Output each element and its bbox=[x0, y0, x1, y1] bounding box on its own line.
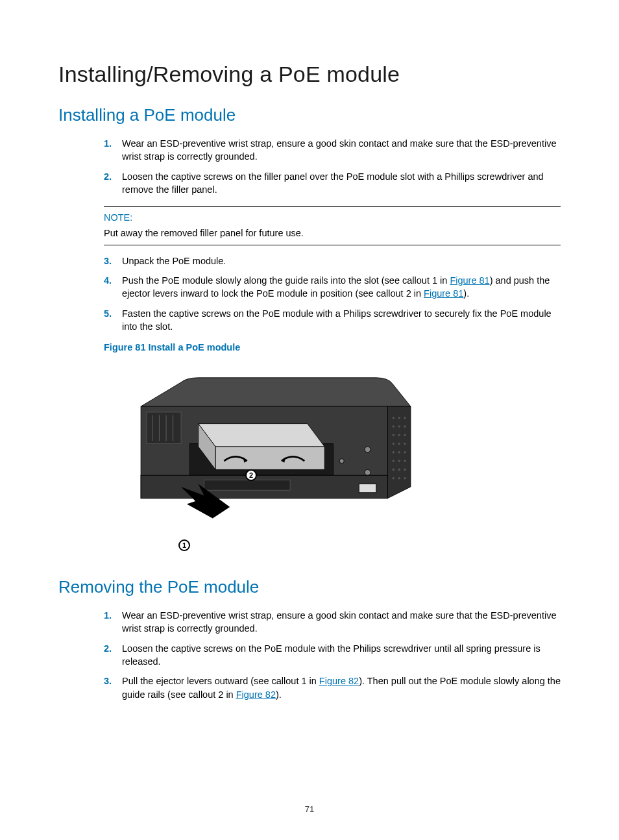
step-number: 1. bbox=[104, 609, 122, 636]
figure-81-caption: Figure 81 Install a PoE module bbox=[104, 342, 561, 352]
poe-module-illustration bbox=[117, 372, 435, 521]
svg-point-17 bbox=[398, 460, 400, 463]
svg-point-36 bbox=[339, 459, 344, 463]
page-title: Installing/Removing a PoE module bbox=[58, 62, 561, 87]
step-number: 2. bbox=[104, 642, 122, 669]
svg-point-12 bbox=[404, 443, 406, 445]
svg-point-8 bbox=[398, 434, 400, 437]
section2-heading: Removing the PoE module bbox=[58, 577, 561, 597]
step-text: Wear an ESD-preventive wrist strap, ensu… bbox=[122, 137, 561, 164]
svg-point-16 bbox=[393, 460, 395, 463]
svg-point-34 bbox=[365, 447, 370, 452]
svg-point-19 bbox=[393, 469, 395, 471]
step-number: 4. bbox=[104, 274, 122, 301]
list-item: 1. Wear an ESD-preventive wrist strap, e… bbox=[104, 609, 561, 636]
note-label: NOTE: bbox=[104, 211, 561, 225]
list-item: 2. Loosen the captive screws on the PoE … bbox=[104, 642, 561, 669]
svg-rect-39 bbox=[359, 484, 376, 493]
step-number: 5. bbox=[104, 307, 122, 334]
section1-steps-after-note: 3. Unpack the PoE module. 4. Push the Po… bbox=[104, 254, 561, 333]
figure-82-link[interactable]: Figure 82 bbox=[236, 689, 276, 700]
svg-point-23 bbox=[398, 477, 400, 480]
svg-rect-25 bbox=[147, 412, 181, 444]
figure-81-link[interactable]: Figure 81 bbox=[424, 288, 463, 299]
svg-point-10 bbox=[393, 443, 395, 445]
list-item: 4. Push the PoE module slowly along the … bbox=[104, 274, 561, 301]
step-number: 3. bbox=[104, 254, 122, 267]
callout-1: 1 bbox=[178, 539, 190, 551]
svg-point-22 bbox=[393, 477, 395, 480]
figure-81-link[interactable]: Figure 81 bbox=[450, 275, 489, 286]
section2-steps: 1. Wear an ESD-preventive wrist strap, e… bbox=[104, 609, 561, 701]
step-text: Pull the ejector levers outward (see cal… bbox=[122, 674, 561, 701]
list-item: 3. Unpack the PoE module. bbox=[104, 254, 561, 267]
svg-point-1 bbox=[393, 417, 395, 419]
note-block: NOTE: Put away the removed filler panel … bbox=[104, 206, 561, 245]
svg-point-35 bbox=[365, 470, 370, 476]
svg-point-4 bbox=[393, 425, 395, 428]
figure-81-image: 2 1 bbox=[104, 359, 441, 554]
svg-point-13 bbox=[393, 451, 395, 454]
list-item: 3. Pull the ejector levers outward (see … bbox=[104, 674, 561, 701]
list-item: 5. Fasten the captive screws on the PoE … bbox=[104, 307, 561, 334]
svg-point-14 bbox=[398, 451, 400, 454]
step-text: Unpack the PoE module. bbox=[122, 254, 561, 267]
step-text: Wear an ESD-preventive wrist strap, ensu… bbox=[122, 609, 561, 636]
section1-heading: Installing a PoE module bbox=[58, 105, 561, 125]
svg-rect-38 bbox=[204, 480, 290, 490]
figure-82-link[interactable]: Figure 82 bbox=[319, 676, 359, 686]
svg-point-9 bbox=[404, 434, 406, 437]
note-text: Put away the removed filler panel for fu… bbox=[104, 227, 561, 241]
svg-point-6 bbox=[404, 425, 406, 428]
step-text: Fasten the captive screws on the PoE mod… bbox=[122, 307, 561, 334]
step-text: Loosen the captive screws on the filler … bbox=[122, 170, 561, 197]
svg-point-18 bbox=[404, 460, 406, 463]
list-item: 2. Loosen the captive screws on the fill… bbox=[104, 170, 561, 197]
svg-point-7 bbox=[393, 434, 395, 437]
svg-point-3 bbox=[404, 417, 406, 419]
svg-point-24 bbox=[404, 477, 406, 480]
svg-point-21 bbox=[404, 469, 406, 471]
step-number: 3. bbox=[104, 674, 122, 701]
svg-point-15 bbox=[404, 451, 406, 454]
svg-point-5 bbox=[398, 425, 400, 428]
step-number: 1. bbox=[104, 137, 122, 164]
svg-point-11 bbox=[398, 443, 400, 445]
step-text: Loosen the captive screws on the PoE mod… bbox=[122, 642, 561, 669]
step-text: Push the PoE module slowly along the gui… bbox=[122, 274, 561, 301]
page-number: 71 bbox=[0, 804, 619, 814]
step-number: 2. bbox=[104, 170, 122, 197]
svg-point-20 bbox=[398, 469, 400, 471]
section1-steps-before-note: 1. Wear an ESD-preventive wrist strap, e… bbox=[104, 137, 561, 196]
svg-rect-31 bbox=[215, 447, 324, 469]
list-item: 1. Wear an ESD-preventive wrist strap, e… bbox=[104, 137, 561, 164]
svg-point-2 bbox=[398, 417, 400, 419]
